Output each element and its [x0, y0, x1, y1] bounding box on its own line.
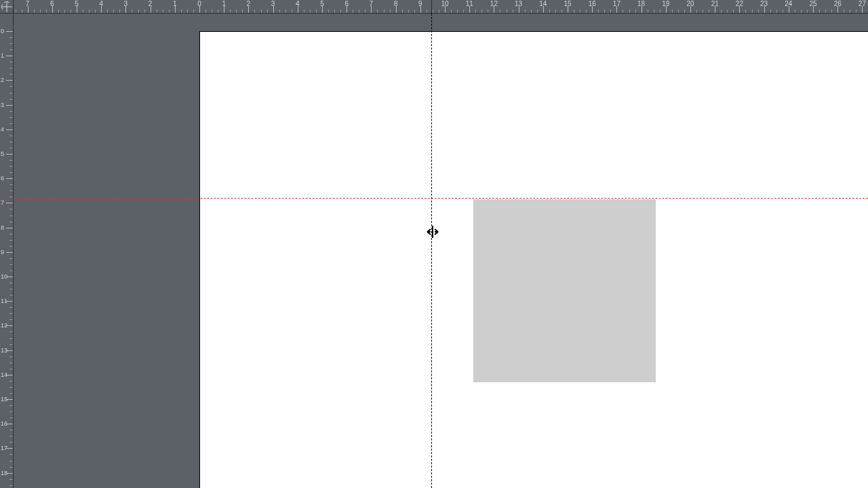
- ruler-tick-minor: [463, 9, 464, 13]
- ruler-tick-minor: [427, 9, 427, 13]
- ruler-tick-minor: [844, 9, 844, 13]
- ruler-tick-minor: [9, 49, 13, 50]
- ruler-tick-minor: [212, 9, 212, 13]
- ruler-tick-minor: [9, 166, 13, 167]
- ruler-tick-minor: [402, 9, 403, 13]
- ruler-tick-minor: [236, 9, 237, 13]
- ruler-cursor-marker: [431, 0, 432, 13]
- ruler-tick-minor: [721, 9, 722, 13]
- ruler-tick-minor: [709, 9, 709, 13]
- ruler-tick-minor: [610, 9, 611, 13]
- ruler-number: 2: [1, 77, 4, 83]
- ruler-tick-minor: [507, 9, 507, 13]
- ruler-tick-minor: [9, 117, 13, 118]
- ruler-tick-minor: [9, 363, 13, 363]
- ruler-tick-minor: [9, 283, 13, 283]
- ruler-tick-minor: [205, 9, 206, 13]
- ruler-number: 24: [785, 0, 792, 7]
- ruler-number: 6: [344, 0, 349, 7]
- ruler-tick-minor: [752, 9, 753, 13]
- ruler-tick-minor: [218, 9, 218, 13]
- ruler-number: 23: [760, 0, 768, 7]
- ruler-number: 8: [394, 0, 398, 7]
- ruler-number: 9: [1, 249, 4, 255]
- ruler-tick-minor: [193, 9, 194, 13]
- ruler-tick-minor: [678, 9, 679, 13]
- ruler-tick-minor: [414, 9, 415, 13]
- ruler-tick-minor: [390, 9, 391, 13]
- ruler-tick-minor: [9, 258, 13, 259]
- ruler-tick-minor: [629, 9, 630, 13]
- ruler-tick-minor: [488, 9, 488, 13]
- ruler-tick-minor: [770, 9, 771, 13]
- ruler-tick-minor: [9, 331, 13, 332]
- ruler-number: 7: [370, 0, 374, 7]
- ruler-tick-minor: [242, 9, 243, 13]
- canvas-rectangle[interactable]: [473, 199, 656, 382]
- ruler-tick-minor: [9, 136, 13, 136]
- ruler-tick-minor: [316, 9, 317, 13]
- ruler-tick-minor: [703, 9, 703, 13]
- horizontal-ruler[interactable]: 8765432101234567891011121314151617181920…: [14, 0, 868, 14]
- ruler-tick-minor: [745, 9, 746, 13]
- ruler-number: 2: [149, 0, 153, 7]
- ruler-tick-minor: [801, 9, 802, 13]
- ruler-tick-minor: [654, 9, 654, 13]
- ruler-tick-minor: [9, 369, 13, 369]
- ruler-tick-minor: [9, 148, 13, 148]
- ruler-tick-minor: [9, 246, 13, 247]
- ruler-tick-minor: [9, 37, 13, 38]
- ruler-tick-minor: [46, 9, 47, 13]
- ruler-tick-minor: [9, 381, 13, 382]
- ruler-tick-minor: [604, 9, 605, 13]
- ruler-tick-minor: [310, 9, 311, 13]
- vertical-ruler[interactable]: 012345678910111213141516171819: [0, 14, 14, 488]
- ruler-origin-corner[interactable]: [0, 0, 14, 14]
- ruler-number: 12: [1, 323, 7, 329]
- ruler-tick-major: [6, 154, 13, 155]
- ruler-tick-minor: [304, 9, 304, 13]
- ruler-number: 5: [320, 0, 324, 7]
- ruler-tick-minor: [9, 405, 13, 406]
- canvas-viewport[interactable]: [14, 14, 868, 488]
- ruler-tick-minor: [549, 9, 550, 13]
- vertical-guide[interactable]: [431, 14, 432, 488]
- ruler-tick-minor: [9, 160, 13, 161]
- ruler-tick-minor: [9, 479, 13, 480]
- ruler-tick-minor: [9, 86, 13, 87]
- ruler-number: 12: [490, 0, 498, 7]
- ruler-tick-minor: [267, 9, 268, 13]
- ruler-tick-minor: [561, 9, 562, 13]
- ruler-tick-major: [6, 56, 13, 56]
- ruler-tick-minor: [9, 99, 13, 100]
- ruler-number: 11: [466, 0, 473, 7]
- ruler-tick-minor: [9, 111, 13, 112]
- ruler-tick-minor: [34, 9, 35, 13]
- ruler-tick-major: [6, 129, 13, 130]
- ruler-tick-minor: [40, 9, 41, 13]
- ruler-tick-minor: [328, 9, 329, 13]
- ruler-tick-minor: [157, 9, 157, 13]
- ruler-number: 10: [1, 274, 7, 280]
- ruler-tick-minor: [9, 240, 13, 241]
- ruler-tick-minor: [64, 9, 65, 13]
- ruler-tick-minor: [525, 9, 526, 13]
- ruler-tick-minor: [138, 9, 139, 13]
- ruler-tick-minor: [9, 216, 13, 216]
- ruler-tick-minor: [83, 9, 83, 13]
- ruler-number: 14: [1, 371, 7, 378]
- ruler-tick-minor: [377, 9, 378, 13]
- ruler-number: 13: [1, 347, 7, 353]
- ruler-tick-minor: [292, 9, 292, 13]
- ruler-tick-minor: [733, 9, 734, 13]
- ruler-number: 13: [515, 0, 522, 7]
- ruler-number: 6: [50, 0, 54, 7]
- ruler-tick-minor: [9, 197, 13, 197]
- ruler-tick-minor: [500, 9, 500, 13]
- ruler-tick-minor: [9, 461, 13, 462]
- ruler-tick-minor: [660, 9, 660, 13]
- ruler-number: 19: [662, 0, 669, 7]
- ruler-tick-minor: [451, 9, 452, 13]
- ruler-number: 17: [1, 445, 7, 451]
- ruler-tick-minor: [9, 295, 13, 296]
